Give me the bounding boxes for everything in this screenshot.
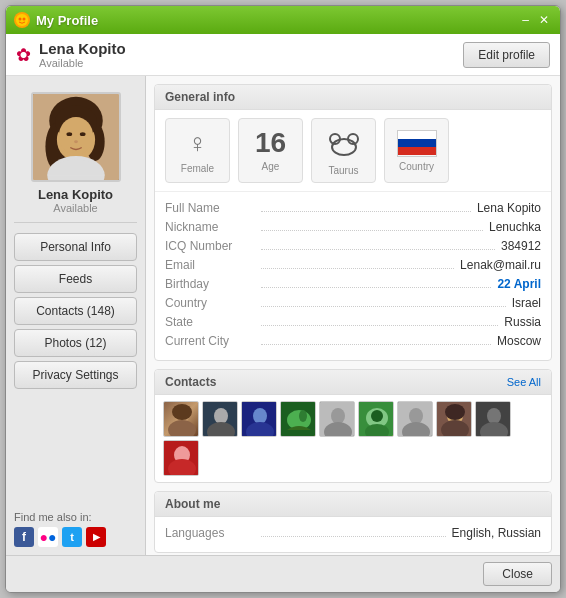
sidebar-item-contacts[interactable]: Contacts (148) bbox=[14, 297, 137, 325]
see-all-link[interactable]: See All bbox=[507, 376, 541, 388]
contact-avatar-5[interactable] bbox=[319, 401, 355, 437]
facebook-icon[interactable]: f bbox=[14, 527, 34, 547]
nickname-label: Nickname bbox=[165, 220, 255, 234]
info-row-state: State Russia bbox=[165, 314, 541, 329]
header-status: Available bbox=[39, 57, 126, 69]
contact-avatar-4[interactable] bbox=[280, 401, 316, 437]
birthday-dots bbox=[261, 276, 491, 288]
sidebar: Lena Kopito Available Personal Info Feed… bbox=[6, 76, 146, 555]
header-user-info: Lena Kopito Available bbox=[39, 40, 126, 69]
profile-section: Lena Kopito Available bbox=[14, 84, 137, 223]
sidebar-item-photos[interactable]: Photos (12) bbox=[14, 329, 137, 357]
email-value: Lenak@mail.ru bbox=[460, 258, 541, 272]
flickr-icon[interactable]: ●● bbox=[38, 527, 58, 547]
contact-avatar-10[interactable] bbox=[163, 440, 199, 476]
app-icon bbox=[14, 12, 30, 28]
age-icon-box: 16 Age bbox=[238, 118, 303, 183]
minimize-button[interactable]: – bbox=[519, 13, 532, 27]
info-row-country: Country Israel bbox=[165, 295, 541, 310]
country-label: Country bbox=[165, 296, 255, 310]
state-value: Russia bbox=[504, 315, 541, 329]
info-row-languages: Languages English, Russian bbox=[165, 525, 541, 540]
title-bar-left: My Profile bbox=[14, 12, 98, 28]
svg-point-2 bbox=[23, 18, 26, 21]
contacts-section: Contacts See All bbox=[154, 369, 552, 483]
gender-label: Female bbox=[181, 163, 214, 174]
female-icon: ♀ bbox=[188, 128, 208, 159]
contact-avatar-2[interactable] bbox=[202, 401, 238, 437]
nickname-value: Lenuchka bbox=[489, 220, 541, 234]
contact-avatar-7[interactable] bbox=[397, 401, 433, 437]
info-row-email: Email Lenak@mail.ru bbox=[165, 257, 541, 272]
languages-label: Languages bbox=[165, 526, 255, 540]
info-row-city: Current City Moscow bbox=[165, 333, 541, 348]
svg-point-34 bbox=[371, 410, 383, 422]
general-info-section: General info ♀ Female 16 Age bbox=[154, 84, 552, 361]
icq-dots bbox=[261, 238, 495, 250]
info-rows: Full Name Lena Kopito Nickname Lenuchka … bbox=[155, 192, 551, 360]
title-bar: My Profile – ✕ bbox=[6, 6, 560, 34]
contact-avatar-1[interactable] bbox=[163, 401, 199, 437]
contact-avatar-9[interactable] bbox=[475, 401, 511, 437]
country-icon-label: Country bbox=[399, 161, 434, 172]
svg-point-42 bbox=[445, 404, 465, 420]
svg-point-37 bbox=[409, 408, 423, 424]
about-me-content: Languages English, Russian bbox=[155, 517, 551, 552]
russia-flag bbox=[397, 130, 437, 157]
state-label: State bbox=[165, 315, 255, 329]
sidebar-item-privacy-settings[interactable]: Privacy Settings bbox=[14, 361, 137, 389]
svg-point-14 bbox=[332, 139, 356, 155]
zodiac-label: Taurus bbox=[328, 165, 358, 176]
sidebar-item-feeds[interactable]: Feeds bbox=[14, 265, 137, 293]
about-me-section: About me Languages English, Russian bbox=[154, 491, 552, 553]
about-me-header: About me bbox=[155, 492, 551, 517]
flower-icon: ✿ bbox=[16, 44, 31, 66]
fullname-label: Full Name bbox=[165, 201, 255, 215]
city-label: Current City bbox=[165, 334, 255, 348]
contact-avatar-3[interactable] bbox=[241, 401, 277, 437]
header-username: Lena Kopito bbox=[39, 40, 126, 57]
title-controls: – ✕ bbox=[519, 13, 552, 27]
info-row-birthday: Birthday 22 April bbox=[165, 276, 541, 291]
main-panel: General info ♀ Female 16 Age bbox=[146, 76, 560, 555]
twitter-icon[interactable]: t bbox=[62, 527, 82, 547]
avatar bbox=[31, 92, 121, 182]
contact-avatar-8[interactable] bbox=[436, 401, 472, 437]
close-button[interactable]: ✕ bbox=[536, 13, 552, 27]
contacts-header: Contacts See All bbox=[155, 370, 551, 395]
svg-point-10 bbox=[66, 132, 72, 136]
svg-point-24 bbox=[253, 408, 267, 424]
find-me-label: Find me also in: bbox=[14, 511, 137, 523]
fullname-dots bbox=[261, 200, 471, 212]
bottom-bar: Close bbox=[6, 555, 560, 592]
email-label: Email bbox=[165, 258, 255, 272]
svg-point-18 bbox=[168, 420, 196, 437]
email-dots bbox=[261, 257, 454, 269]
general-info-icons: ♀ Female 16 Age bbox=[155, 110, 551, 192]
languages-dots bbox=[261, 525, 446, 537]
content-area: Lena Kopito Available Personal Info Feed… bbox=[6, 76, 560, 555]
edit-profile-button[interactable]: Edit profile bbox=[463, 42, 550, 68]
country-dots bbox=[261, 295, 506, 307]
birthday-label: Birthday bbox=[165, 277, 255, 291]
sidebar-item-personal-info[interactable]: Personal Info bbox=[14, 233, 137, 261]
social-icons-row: f ●● t ▶ bbox=[14, 527, 137, 547]
svg-point-0 bbox=[16, 14, 28, 26]
fullname-value: Lena Kopito bbox=[477, 201, 541, 215]
info-row-icq: ICQ Number 384912 bbox=[165, 238, 541, 253]
contact-avatar-6[interactable] bbox=[358, 401, 394, 437]
nickname-dots bbox=[261, 219, 483, 231]
header-bar: ✿ Lena Kopito Available Edit profile bbox=[6, 34, 560, 76]
state-dots bbox=[261, 314, 498, 326]
youtube-icon[interactable]: ▶ bbox=[86, 527, 106, 547]
svg-point-30 bbox=[331, 408, 345, 424]
close-button[interactable]: Close bbox=[483, 562, 552, 586]
window-title: My Profile bbox=[36, 13, 98, 28]
svg-point-12 bbox=[74, 140, 78, 143]
svg-point-44 bbox=[487, 408, 501, 424]
contacts-title: Contacts bbox=[165, 375, 216, 389]
country-icon-box: Country bbox=[384, 118, 449, 183]
find-me-section: Find me also in: f ●● t ▶ bbox=[14, 503, 137, 555]
icq-value: 384912 bbox=[501, 239, 541, 253]
svg-point-19 bbox=[172, 404, 192, 420]
